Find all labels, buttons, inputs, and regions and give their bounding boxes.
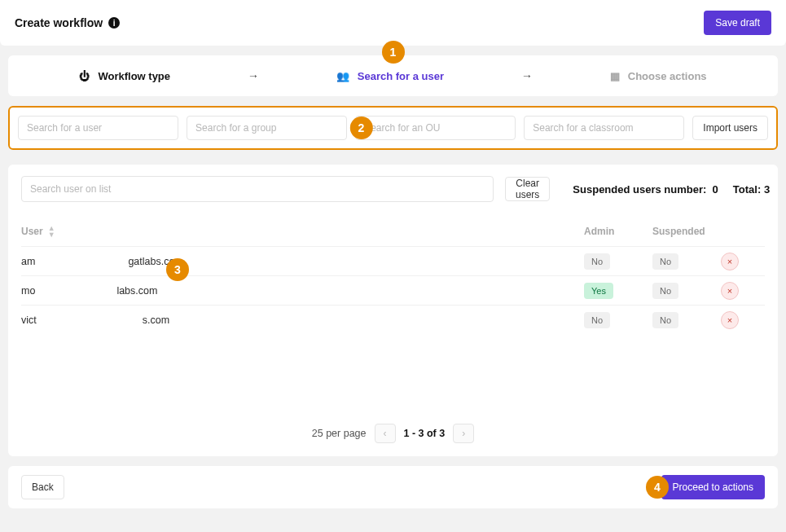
table-row: vict s.com No No × <box>21 305 765 334</box>
stepper: 1 ⏻ Workflow type → 👥 Search for a user … <box>8 55 778 96</box>
redacted <box>36 285 116 297</box>
user-email: vict s.com <box>21 314 584 326</box>
user-email: mo labs.com <box>21 285 584 297</box>
pagination: 25 per page ‹ 1 - 3 of 3 › <box>21 415 765 443</box>
col-user[interactable]: User ▲▼ <box>21 225 584 238</box>
callout-badge-3: 3 <box>166 258 189 281</box>
page-title: Create workflow <box>15 16 103 29</box>
remove-user-button[interactable]: × <box>721 311 739 329</box>
step-search-user[interactable]: 👥 Search for a user <box>336 70 444 82</box>
step-label: Choose actions <box>628 70 707 82</box>
total-label: Total: <box>733 183 761 196</box>
admin-badge: No <box>584 312 610 328</box>
proceed-button[interactable]: Proceed to actions <box>661 475 765 499</box>
callout-badge-2: 2 <box>349 117 372 139</box>
step-workflow-type[interactable]: ⏻ Workflow type <box>79 70 170 82</box>
step-label: Search for a user <box>358 70 444 82</box>
arrow-icon: → <box>248 69 259 82</box>
suspended-count: 0 <box>713 183 718 196</box>
search-ou-input[interactable] <box>355 116 516 140</box>
users-icon: 👥 <box>336 70 349 82</box>
page-range: 1 - 3 of 3 <box>404 428 446 439</box>
redacted <box>37 314 142 326</box>
search-classroom-input[interactable] <box>524 116 684 140</box>
user-email: am gatlabs.com <box>21 256 584 267</box>
next-page-button[interactable]: › <box>453 424 474 443</box>
save-draft-button[interactable]: Save draft <box>704 11 771 35</box>
clear-users-button[interactable]: Clear users <box>505 177 550 201</box>
suspended-badge: No <box>652 283 678 299</box>
search-panel: 2 Import users <box>8 106 778 150</box>
search-user-input[interactable] <box>18 116 178 140</box>
suspended-label: Suspended users number: <box>573 183 706 196</box>
footer-bar: 4 Back Proceed to actions <box>8 466 778 508</box>
per-page-label[interactable]: 25 per page <box>312 428 367 439</box>
suspended-badge: No <box>652 312 678 328</box>
top-bar: Create workflow i Save draft <box>0 0 786 46</box>
sort-icon: ▲▼ <box>48 225 55 238</box>
suspended-badge: No <box>652 253 678 270</box>
table-header: User ▲▼ Admin Suspended <box>21 217 765 246</box>
clipboard-icon: ▦ <box>610 70 620 82</box>
table-row: am gatlabs.com No No × <box>21 246 765 275</box>
admin-badge: Yes <box>584 283 613 299</box>
step-choose-actions[interactable]: ▦ Choose actions <box>610 70 707 82</box>
step-label: Workflow type <box>98 70 170 82</box>
col-suspended: Suspended <box>652 226 721 237</box>
remove-user-button[interactable]: × <box>721 282 739 300</box>
user-table: User ▲▼ Admin Suspended am gatlabs.com N… <box>21 217 765 415</box>
table-row: mo labs.com Yes No × <box>21 275 765 305</box>
info-icon[interactable]: i <box>108 17 120 29</box>
list-search-input[interactable] <box>21 176 494 202</box>
callout-badge-4: 4 <box>646 476 669 499</box>
col-admin: Admin <box>584 226 652 237</box>
total-count: 3 <box>764 183 770 196</box>
col-user-label: User <box>21 226 43 237</box>
callout-badge-1: 1 <box>382 41 405 64</box>
prev-page-button[interactable]: ‹ <box>375 424 396 443</box>
admin-badge: No <box>584 253 610 270</box>
power-icon: ⏻ <box>79 70 90 82</box>
import-users-button[interactable]: Import users <box>692 116 768 140</box>
arrow-icon: → <box>521 69 533 82</box>
remove-user-button[interactable]: × <box>721 253 739 270</box>
search-group-input[interactable] <box>187 116 347 140</box>
stats: Suspended users number: 0 Total: 3 <box>573 183 770 196</box>
back-button[interactable]: Back <box>21 475 64 499</box>
user-list-panel: 3 Clear users Suspended users number: 0 … <box>8 165 778 456</box>
redacted <box>36 256 127 267</box>
